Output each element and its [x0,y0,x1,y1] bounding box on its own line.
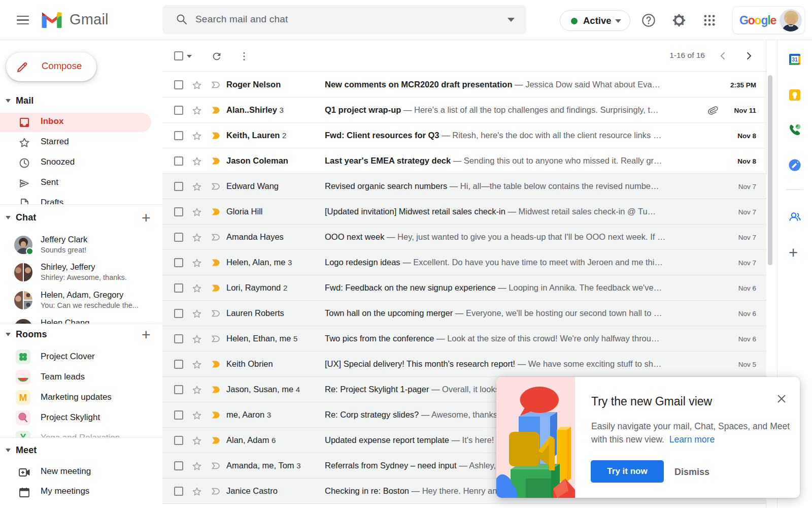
svg-text:31: 31 [792,56,798,62]
